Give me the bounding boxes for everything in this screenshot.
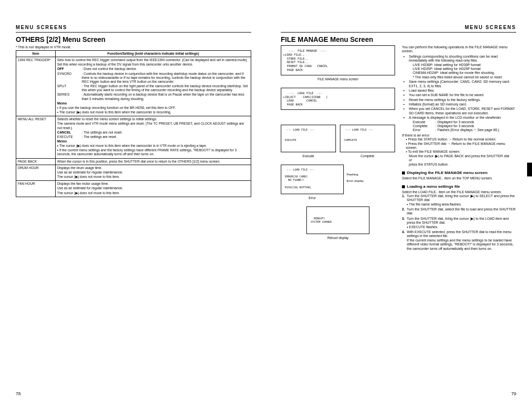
th-item: Item [16, 51, 56, 57]
lcd-caption: Complete [340, 154, 395, 158]
header-rule [16, 32, 251, 33]
text-column: You can perform the following operations… [402, 45, 516, 252]
lcd-load-file: --- LOAD FILE --- ▷SELECT CAM1[SCENE ] L… [281, 88, 395, 110]
page-title: FILE MANAGE Menu Screen [281, 35, 516, 43]
function-cell: Sets how to control the REC trigger comm… [56, 57, 251, 116]
lcd-file-manage: --- FILE MANAGE --- ▷LOAD FILE.. STORE F… [281, 45, 395, 75]
table-row: MENU ALL RESET Selects whether to reset … [16, 116, 251, 158]
table-row: FAN HOUR Displays the fan motor usage ti… [16, 181, 251, 197]
page-number: 79 [511, 391, 516, 396]
square-icon [402, 171, 405, 174]
header-rule [281, 32, 516, 33]
subhead-display: Displaying the FILE MANAGE menu screen [402, 171, 516, 175]
menu-table: Item Function/Setting (bold characters i… [16, 50, 251, 197]
lcd-reboot: REBOOT! SYSTEM CHANGE [306, 206, 369, 234]
subhead-loading: Loading a menu settings file [402, 184, 516, 189]
page-right: MENU SCREENS FILE MANAGE Menu Screen ---… [266, 0, 532, 411]
square-icon [402, 185, 405, 188]
section-header: MENU SCREENS [281, 25, 516, 30]
lcd-caption: Execute [281, 154, 336, 158]
item-cell: DRUM HOUR [16, 165, 56, 180]
lcd-caption: Reboot display [306, 236, 369, 240]
vtr-note: * This is not displayed in VTR mode. [16, 45, 251, 49]
lcd-caption: Error [281, 196, 344, 200]
item-cell: 1394 REC TRIGGER* [16, 57, 56, 116]
function-cell: Displays the fan motor usage time. Use a… [56, 181, 251, 197]
page-number: 78 [16, 391, 21, 396]
section-header: MENU SCREENS [16, 25, 251, 30]
section-tab [527, 163, 532, 176]
item-cell: FAN HOUR [16, 181, 56, 197]
lcd-column: --- FILE MANAGE --- ▷LOAD FILE.. STORE F… [281, 45, 395, 252]
table-row: 1394 REC TRIGGER* Sets how to control th… [16, 57, 251, 116]
lcd-caption: FILE MANAGE menu screen [281, 77, 395, 81]
function-cell: When the cursor is in this position, pre… [56, 158, 251, 165]
function-cell: Displays the drum usage time. Use as an … [56, 165, 251, 180]
page-title: OTHERS [2/2] Menu Screen [16, 35, 251, 43]
item-cell: PAGE BACK [16, 158, 56, 165]
lcd-complete: --- LOAD FILE --- COMPLETE [340, 125, 395, 152]
item-cell: MENU ALL RESET [16, 116, 56, 158]
table-row: PAGE BACK When the cursor is in this pos… [16, 158, 251, 165]
lcd-error: --- LOAD FILE --- ERROR[SD CARD] NO FOUN… [281, 165, 344, 194]
table-row: DRUM HOUR Displays the drum usage time. … [16, 165, 251, 180]
page-left: MENU SCREENS OTHERS [2/2] Menu Screen * … [0, 0, 266, 411]
function-cell: Selects whether to reset the menu screen… [56, 116, 251, 158]
lcd-execute: --- LOAD FILE --- EXECUTE [281, 125, 336, 152]
th-function: Function/Setting (bold characters indica… [56, 51, 251, 57]
